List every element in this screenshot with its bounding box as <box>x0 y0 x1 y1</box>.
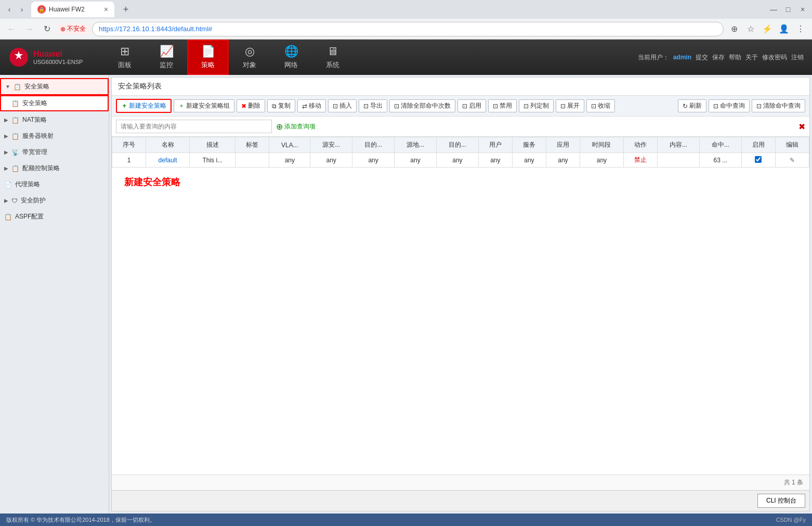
search-input[interactable] <box>116 120 272 133</box>
save-btn[interactable]: 保存 <box>712 53 725 62</box>
maximize-btn[interactable]: □ <box>783 4 793 15</box>
forward-btn[interactable]: › <box>17 4 27 15</box>
sidebar-group-header-quota[interactable]: ▶ 📋 配额控制策略 <box>0 161 109 176</box>
cmd-query-btn[interactable]: ⊡ 命中查询 <box>709 99 750 112</box>
nav-item-object[interactable]: ◎ 对象 <box>229 40 270 75</box>
annotation-new-policy: 新建安全策略 <box>112 168 809 197</box>
clear-all-btn[interactable]: ⊡ 清除全部命中次数 <box>389 99 455 112</box>
logo-area: Huawei USG6000V1-ENSP <box>0 47 104 68</box>
submit-btn[interactable]: 提交 <box>696 53 708 62</box>
tab-close-btn[interactable]: × <box>104 5 108 14</box>
profile-btn[interactable]: 👤 <box>777 22 791 36</box>
watermark: CSDN @Fy <box>776 517 806 523</box>
monitor-label: 监控 <box>160 60 173 70</box>
back-nav-btn[interactable]: ← <box>4 22 19 36</box>
sidebar-group-label-proxy: 代理策略 <box>15 180 40 189</box>
sidebar-group-header-proxy[interactable]: 📄 代理策略 <box>0 177 109 192</box>
cell-enabled[interactable] <box>741 153 775 168</box>
cell-id: 1 <box>112 153 146 168</box>
cell-tag <box>235 153 269 168</box>
move-btn[interactable]: ⇄ 移动 <box>297 99 326 112</box>
nav-item-board[interactable]: ⊞ 面板 <box>104 40 146 75</box>
object-label: 对象 <box>243 60 256 70</box>
nav-item-monitor[interactable]: 📈 监控 <box>146 40 187 75</box>
search-close-btn[interactable]: ✖ <box>798 122 805 132</box>
clear-cmd-btn[interactable]: ⊡ 清除命中查询 <box>752 99 805 112</box>
system-label: 系统 <box>326 60 339 70</box>
sidebar-group-quota: ▶ 📋 配额控制策略 <box>0 161 109 176</box>
help-btn[interactable]: 帮助 <box>729 53 741 62</box>
cli-console-btn[interactable]: CLI 控制台 <box>757 494 805 508</box>
nav-item-network[interactable]: 🌐 网络 <box>270 40 312 75</box>
sidebar-item-security-policy[interactable]: 📋 安全策略 <box>0 95 109 111</box>
active-tab[interactable]: 🔒 Huawei FW2 × <box>31 2 114 17</box>
col-dst-zone: 目的... <box>352 137 395 153</box>
refresh-btn[interactable]: ↻ 刷新 <box>678 99 706 112</box>
sidebar-group-header-security-policy[interactable]: ▼ 📋 安全策略 <box>0 78 109 95</box>
cell-name[interactable]: default <box>146 153 190 168</box>
table-body: 1 default This i... any any any any any … <box>112 153 809 168</box>
menu-btn[interactable]: ⋮ <box>793 22 808 36</box>
sidebar-group-label-security: 安全策略 <box>24 82 49 91</box>
col-vlan: VLA... <box>269 137 310 153</box>
delete-btn[interactable]: ✖ 删除 <box>237 99 265 112</box>
sidebar-group-header-server-map[interactable]: ▶ 📋 服务器映射 <box>0 129 109 144</box>
back-btn[interactable]: ‹ <box>4 4 15 15</box>
col-app: 应用 <box>546 137 580 153</box>
nav-item-strategy[interactable]: 📄 策略 <box>187 40 229 75</box>
sidebar-group-header-bandwidth[interactable]: ▶ 📡 带宽管理 <box>0 145 109 160</box>
content-area: 安全策略列表 ＋ 新建安全策略 ＋ 新建安全策略组 ✖ 删除 ⧉ 复制 <box>111 77 810 511</box>
enable-btn[interactable]: ⊡ 启用 <box>457 99 486 112</box>
change-pwd-btn[interactable]: 修改密码 <box>762 53 787 62</box>
cell-dst-addr: any <box>436 153 478 168</box>
table-scroll-area[interactable]: 序号 名称 描述 标签 VLA... 源安... 目的... 源地... 目的.… <box>112 137 809 474</box>
logout-btn[interactable]: 注销 <box>791 53 804 62</box>
minimize-btn[interactable]: — <box>768 4 779 15</box>
add-filter-btn[interactable]: ⊕ 添加查询项 <box>276 122 316 132</box>
customize-btn[interactable]: ⊡ 列定制 <box>519 99 554 112</box>
new-tab-btn[interactable]: + <box>119 2 133 17</box>
sidebar-icon-security: 📋 <box>14 83 21 91</box>
expand-btn[interactable]: ⊡ 展开 <box>556 99 584 112</box>
bookmark-btn[interactable]: ☆ <box>743 22 758 36</box>
col-tag: 标签 <box>235 137 269 153</box>
cli-bar: CLI 控制台 <box>112 490 809 511</box>
collapse-btn[interactable]: ⊡ 收缩 <box>586 99 615 112</box>
sidebar-icon-server: 📋 <box>11 133 19 140</box>
policy-table: 序号 名称 描述 标签 VLA... 源安... 目的... 源地... 目的.… <box>112 137 809 168</box>
new-policy-btn[interactable]: ＋ 新建安全策略 <box>116 99 172 113</box>
insert-btn[interactable]: ⊡ 插入 <box>328 99 357 112</box>
cell-content <box>657 153 699 168</box>
col-hit: 命中... <box>699 137 741 153</box>
new-group-btn[interactable]: ＋ 新建安全策略组 <box>174 99 234 112</box>
sidebar-icon-nat: 📋 <box>11 117 19 124</box>
nav-item-system[interactable]: 🖥 系统 <box>312 40 353 75</box>
extension-btn[interactable]: ⚡ <box>760 22 775 36</box>
col-desc: 描述 <box>190 137 235 153</box>
table-footer: 共 1 条 <box>112 474 809 490</box>
col-id: 序号 <box>112 137 146 153</box>
cell-edit[interactable]: ✎ <box>775 153 809 168</box>
forward-nav-btn[interactable]: → <box>22 22 36 36</box>
sidebar: ▼ 📋 安全策略 📋 安全策略 ▶ 📋 NAT策略 <box>0 75 109 514</box>
cell-desc: This i... <box>190 153 235 168</box>
sidebar-group-header-aspf[interactable]: 📋 ASPF配置 <box>0 209 109 224</box>
address-bar[interactable]: https://172.16.10.1:8443/default.html# <box>92 22 724 36</box>
translate-btn[interactable]: ⊕ <box>727 22 741 36</box>
sidebar-group-server-map: ▶ 📋 服务器映射 <box>0 129 109 144</box>
about-btn[interactable]: 关于 <box>745 53 758 62</box>
export-btn[interactable]: ⊡ 导出 <box>359 99 387 112</box>
copy-btn[interactable]: ⧉ 复制 <box>267 99 295 112</box>
reload-btn[interactable]: ↻ <box>40 22 54 36</box>
col-edit: 编辑 <box>775 137 809 153</box>
cell-app: any <box>546 153 580 168</box>
close-btn[interactable]: × <box>797 4 808 15</box>
enable-checkbox[interactable] <box>755 156 762 163</box>
cell-dst-zone: any <box>352 153 395 168</box>
sidebar-group-proxy: 📄 代理策略 <box>0 177 109 192</box>
sidebar-group-header-nat[interactable]: ▶ 📋 NAT策略 <box>0 112 109 127</box>
table-row: 1 default This i... any any any any any … <box>112 153 809 168</box>
disable-btn[interactable]: ⊡ 禁用 <box>488 99 517 112</box>
sidebar-group-header-protection[interactable]: ▶ 🛡 安全防护 <box>0 193 109 208</box>
copy-icon: ⧉ <box>272 102 277 110</box>
